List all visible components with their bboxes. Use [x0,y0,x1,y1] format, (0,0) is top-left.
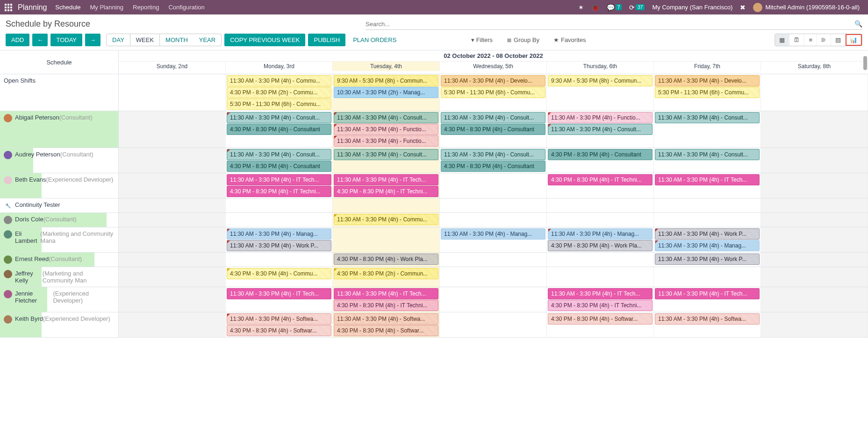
day-cell[interactable] [761,267,868,287]
shift-pill[interactable]: 4:30 PM - 8:30 PM (4h) - Consultant [548,149,653,160]
day-cell[interactable] [333,227,440,252]
day-cell[interactable] [119,253,226,267]
day-cell[interactable] [761,198,868,212]
day-cell[interactable] [119,173,226,198]
day-cell[interactable]: 11:30 AM - 3:30 PM (4h) - Softwa... [654,312,761,337]
gift-icon[interactable]: ✶ [578,4,584,11]
shift-pill[interactable]: 11:30 AM - 3:30 PM (4h) - Work P... [655,228,760,240]
scrollbar-thumb[interactable] [863,56,867,70]
shift-pill[interactable]: 4:30 PM - 8:30 PM (4h) - IT Techni... [334,186,438,197]
day-cell[interactable] [119,312,226,337]
day-cell[interactable] [226,198,333,212]
day-cell[interactable]: 4:30 PM - 8:30 PM (4h) - Consultant [547,148,654,173]
day-cell[interactable] [761,111,868,148]
day-cell[interactable] [440,312,547,337]
day-cell[interactable]: 4:30 PM - 8:30 PM (4h) - IT Techni... [547,173,654,198]
resource-cell[interactable]: Keith Byrd (Experienced Developer) [0,312,119,337]
nav-reporting[interactable]: Reporting [133,4,159,11]
shift-pill[interactable]: 10:30 AM - 3:30 PM (2h) - Manag... [334,87,438,98]
day-cell[interactable] [440,213,547,227]
day-cell[interactable]: 11:30 AM - 3:30 PM (4h) - IT Tech...4:30… [226,173,333,198]
day-cell[interactable] [119,267,226,287]
nav-schedule[interactable]: Schedule [55,4,80,11]
resource-cell[interactable]: Abigail Peterson (Consultant) [0,111,119,148]
shift-pill[interactable]: 4:30 PM - 8:30 PM (4h) - Softwar... [227,325,331,336]
day-cell[interactable]: 11:30 AM - 3:30 PM (4h) - Work P... [654,253,761,267]
shift-pill[interactable]: 4:30 PM - 8:30 PM (4h) - IT Techni... [227,186,331,197]
shift-pill[interactable]: 4:30 PM - 8:30 PM (4h) - Consultant [227,124,331,135]
shift-pill[interactable]: 11:30 AM - 3:30 PM (4h) - Manag... [655,240,760,251]
day-cell[interactable]: 11:30 AM - 3:30 PM (4h) - IT Tech... [654,287,761,312]
resource-cell[interactable]: 🔧Continuity Tester [0,198,119,212]
shift-pill[interactable]: 11:30 AM - 3:30 PM (4h) - Develo... [655,75,760,86]
day-cell[interactable]: 11:30 AM - 3:30 PM (4h) - Develo...5:30 … [654,74,761,111]
view-list-icon[interactable]: ≡ [804,34,817,46]
day-cell[interactable]: 4:30 PM - 8:30 PM (4h) - Softwar... [547,312,654,337]
shift-pill[interactable]: 11:30 AM - 3:30 PM (4h) - Work P... [227,240,331,251]
day-cell[interactable]: 11:30 AM - 3:30 PM (4h) - IT Tech...4:30… [333,287,440,312]
resource-cell[interactable]: Open Shifts [0,74,119,111]
filters-menu[interactable]: ▾Filters [471,36,493,43]
shift-pill[interactable]: 11:30 AM - 3:30 PM (4h) - Consult... [441,149,545,160]
shift-pill[interactable]: 11:30 AM - 3:30 PM (4h) - Consult... [227,112,331,123]
day-cell[interactable]: 11:30 AM - 3:30 PM (4h) - Manag...11:30 … [226,227,333,252]
day-cell[interactable] [333,198,440,212]
shift-pill[interactable]: 4:30 PM - 8:30 PM (4h) - IT Techni... [548,300,653,311]
day-cell[interactable]: 11:30 AM - 3:30 PM (4h) - IT Tech... [654,173,761,198]
day-cell[interactable] [761,253,868,267]
day-cell[interactable] [547,213,654,227]
shift-pill[interactable]: 11:30 AM - 3:30 PM (4h) - Manag... [441,228,545,240]
shift-pill[interactable]: 4:30 PM - 8:30 PM (2h) - Commun... [334,268,438,279]
shift-pill[interactable]: 5:30 PM - 11:30 PM (6h) - Commu... [441,87,545,98]
shift-pill[interactable]: 11:30 AM - 3:30 PM (4h) - Work P... [655,254,760,265]
next-button[interactable]: → [85,34,100,46]
view-gantt-icon[interactable]: ▦ [775,34,789,46]
day-cell[interactable] [119,227,226,252]
shift-pill[interactable]: 11:30 AM - 3:30 PM (4h) - Consult... [334,112,438,123]
resource-cell[interactable]: Beth Evans (Experienced Developer) [0,173,119,198]
day-cell[interactable]: 11:30 AM - 3:30 PM (4h) - IT Tech... [226,287,333,312]
day-cell[interactable]: 11:30 AM - 3:30 PM (4h) - Commu...4:30 P… [226,74,333,111]
day-cell[interactable]: 9:30 AM - 5:30 PM (8h) - Commun...10:30 … [333,74,440,111]
shift-pill[interactable]: 11:30 AM - 3:30 PM (4h) - IT Tech... [334,174,438,185]
nav-my-planning[interactable]: My Planning [90,4,124,11]
today-button[interactable]: TODAY [50,34,82,46]
day-cell[interactable]: 11:30 AM - 3:30 PM (4h) - Consult...4:30… [440,148,547,173]
resource-cell[interactable]: Jennie Fletcher (Experienced Developer) [0,287,119,312]
day-cell[interactable] [440,198,547,212]
day-cell[interactable] [119,148,226,173]
range-month[interactable]: MONTH [160,34,194,46]
shift-pill[interactable]: 4:30 PM - 8:30 PM (4h) - IT Techni... [334,300,438,311]
shift-pill[interactable]: 11:30 AM - 3:30 PM (4h) - Consult... [334,149,438,160]
day-cell[interactable] [761,74,868,111]
shift-pill[interactable]: 11:30 AM - 3:30 PM (4h) - Consult... [441,112,545,123]
shift-pill[interactable]: 11:30 AM - 3:30 PM (4h) - Softwa... [655,313,760,325]
shift-pill[interactable]: 4:30 PM - 8:30 PM (4h) - Work Pla... [548,240,653,251]
day-cell[interactable] [547,198,654,212]
shift-pill[interactable]: 11:30 AM - 3:30 PM (4h) - IT Tech... [548,288,653,299]
shift-pill[interactable]: 11:30 AM - 3:30 PM (4h) - Consult... [655,112,760,123]
shift-pill[interactable]: 11:30 AM - 3:30 PM (4h) - IT Tech... [334,288,438,299]
shift-pill[interactable]: 11:30 AM - 3:30 PM (4h) - Commu... [227,75,331,86]
range-week[interactable]: WEEK [130,34,160,46]
resource-cell[interactable]: Audrey Peterson (Consultant) [0,148,119,173]
day-cell[interactable]: 11:30 AM - 3:30 PM (4h) - IT Tech...4:30… [333,173,440,198]
day-cell[interactable] [226,213,333,227]
day-cell[interactable]: 11:30 AM - 3:30 PM (4h) - Consult... [654,148,761,173]
shift-pill[interactable]: 4:30 PM - 8:30 PM (4h) - Consultant [227,161,331,172]
bug-icon[interactable]: 🐞 [591,4,599,11]
groupby-menu[interactable]: ≣Group By [507,36,539,43]
shift-pill[interactable]: 11:30 AM - 3:30 PM (4h) - IT Tech... [227,174,331,185]
day-cell[interactable] [440,253,547,267]
shift-pill[interactable]: 11:30 AM - 3:30 PM (4h) - Softwa... [334,313,438,325]
day-cell[interactable]: 11:30 AM - 3:30 PM (4h) - Consult...4:30… [226,111,333,148]
day-cell[interactable]: 11:30 AM - 3:30 PM (4h) - Softwa...4:30 … [333,312,440,337]
day-cell[interactable] [547,267,654,287]
shift-pill[interactable]: 11:30 AM - 3:30 PM (4h) - IT Tech... [655,288,760,299]
shift-pill[interactable]: 4:30 PM - 8:30 PM (4h) - Consultant [441,161,545,172]
day-cell[interactable]: 11:30 AM - 3:30 PM (4h) - Consult... [333,148,440,173]
view-calendar-icon[interactable]: 🗓 [789,34,804,46]
search-icon[interactable]: 🔍 [854,20,862,28]
range-day[interactable]: DAY [107,34,130,46]
day-cell[interactable]: 11:30 AM - 3:30 PM (4h) - Softwa...4:30 … [226,312,333,337]
